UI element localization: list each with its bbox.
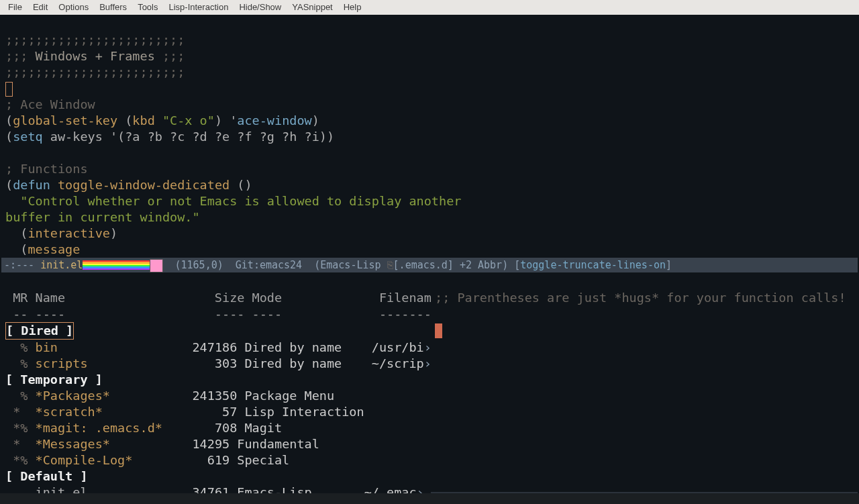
menu-lisp-interaction[interactable]: Lisp-Interaction: [163, 0, 234, 15]
menu-bar: File Edit Options Buffers Tools Lisp-Int…: [0, 0, 859, 15]
code-window-init-el[interactable]: ;;;;;;;;;;;;;;;;;;;;;;;; ;;; Windows + F…: [1, 15, 858, 258]
code-line: (interactive): [5, 226, 117, 240]
scratch-window[interactable]: ;; Parentheses are just *hugs* for your …: [431, 272, 858, 492]
code-line: (setq aw-keys '(?a ?b ?c ?d ?e ?f ?g ?h …: [5, 130, 334, 144]
nyan-cat-icon: [83, 260, 156, 270]
ibuffer-row[interactable]: *% *Compile-Log* 619 Special: [5, 453, 289, 467]
ibuffer-header: MR Name Size Mode Filenam: [5, 291, 431, 305]
ibuffer-cursor: [ Dired ]: [5, 322, 74, 340]
code-line: ;;; Windows + Frames ;;;: [5, 49, 185, 63]
code-line: "Control whether or not Emacs is allowed…: [5, 194, 461, 208]
menu-hide-show[interactable]: Hide/Show: [234, 0, 287, 15]
ibuffer-window[interactable]: MR Name Size Mode Filenam› -- ---- ---- …: [1, 272, 431, 504]
code-line: ; Functions: [5, 162, 88, 176]
ibuffer-group[interactable]: [ Temporary ]: [5, 372, 103, 387]
menu-options[interactable]: Options: [53, 0, 94, 15]
ibuffer-separator: -- ---- ---- ---- -------: [5, 307, 431, 321]
ibuffer-row[interactable]: % bin 247186 Dired by name /usr/bi›: [5, 340, 431, 354]
menu-edit[interactable]: Edit: [28, 0, 53, 15]
menu-tools[interactable]: Tools: [132, 0, 163, 15]
code-line: ;;;;;;;;;;;;;;;;;;;;;;;;: [5, 65, 185, 79]
cursor: [5, 82, 13, 97]
desktop-strip: [0, 493, 859, 504]
scratch-line: ;; Parentheses are just *hugs* for your …: [435, 291, 846, 305]
code-line: ;;;;;;;;;;;;;;;;;;;;;;;;: [5, 33, 185, 47]
ibuffer-row[interactable]: % scripts 303 Dired by name ~/scrip›: [5, 356, 431, 370]
menu-help[interactable]: Help: [338, 0, 367, 15]
code-line: ; Ace Window: [5, 97, 95, 111]
ibuffer-group[interactable]: [ Default ]: [5, 469, 88, 483]
ibuffer-row[interactable]: * *scratch* 57 Lisp Interaction: [5, 405, 364, 419]
ibuffer-row[interactable]: * *Messages* 14295 Fundamental: [5, 437, 319, 451]
ibuffer-row[interactable]: *% *magit: .emacs.d* 708 Magit: [5, 421, 282, 435]
modeline-init-el[interactable]: -:--- init.el (1165,0) Git:emacs24 (Emac…: [1, 258, 858, 272]
menu-buffers[interactable]: Buffers: [94, 0, 132, 15]
modeline-buffer-name: init.el: [40, 258, 83, 272]
ibuffer-row[interactable]: % *Packages* 241350 Package Menu: [5, 389, 334, 403]
code-line: buffer in current window.": [5, 210, 200, 224]
code-line: (defun toggle-window-dedicated (): [5, 178, 252, 192]
cursor: [435, 323, 442, 338]
menu-file[interactable]: File: [3, 0, 28, 15]
menu-yasnippet[interactable]: YASnippet: [287, 0, 338, 15]
code-line: (message: [5, 242, 80, 256]
code-line: (global-set-key (kbd "C-x o") 'ace-windo…: [5, 113, 319, 128]
